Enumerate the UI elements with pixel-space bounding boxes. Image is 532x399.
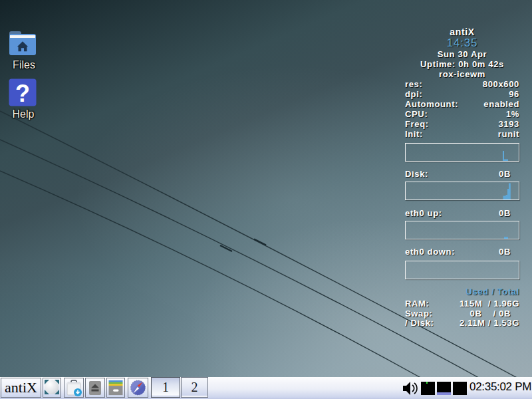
svg-text:?: ? [15,80,30,107]
